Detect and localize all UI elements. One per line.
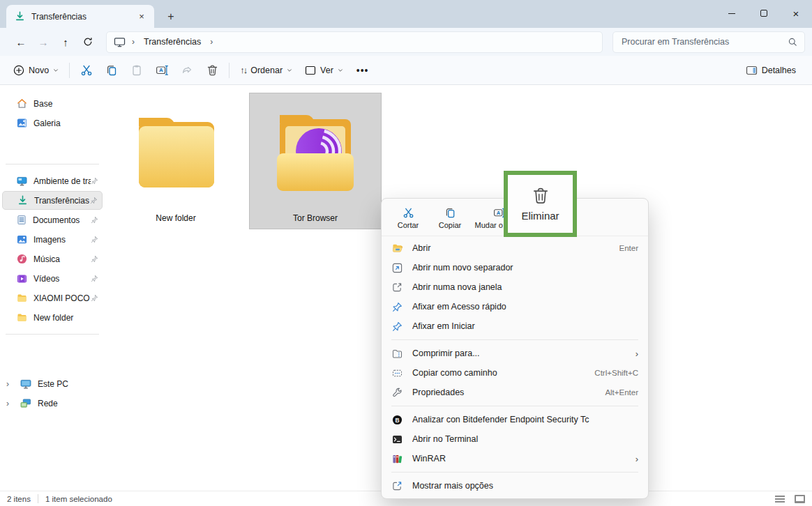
file-name: Tor Browser: [293, 213, 338, 223]
pictures-icon: [17, 234, 27, 245]
sidebar-item-new-folder[interactable]: New folder: [2, 308, 103, 327]
copy-icon: [105, 64, 118, 77]
menu-item-afixar-acesso-rapido[interactable]: Afixar em Acesso rápido: [384, 297, 645, 316]
cut-quick-button[interactable]: Cortar: [389, 201, 428, 235]
tab-title: Transferências: [31, 12, 135, 22]
pin-icon: [392, 302, 403, 312]
copy-button[interactable]: [99, 59, 124, 82]
menu-item-bitdefender-scan[interactable]: B Analizar con Bitdefender Endpoint Secu…: [384, 410, 645, 429]
paste-button[interactable]: [124, 59, 149, 82]
svg-text:B: B: [395, 416, 399, 423]
search-box[interactable]: [612, 31, 805, 53]
refresh-icon: [83, 37, 93, 47]
menu-separator: [391, 472, 638, 473]
sidebar-item-rede[interactable]: › Rede: [2, 394, 103, 413]
sort-button[interactable]: ↑↓ Ordenar: [234, 59, 299, 82]
menu-item-afixar-iniciar[interactable]: Afixar em Iniciar: [384, 316, 645, 336]
menu-item-winrar[interactable]: WinRAR ›: [384, 449, 645, 468]
navigation-pane: Base Galeria Ambiente de tra Transferênc…: [0, 85, 105, 491]
refresh-button[interactable]: [77, 31, 99, 52]
list-view-button[interactable]: [775, 494, 785, 504]
up-button[interactable]: ↑: [54, 31, 77, 52]
downloads-icon: [17, 195, 28, 206]
forward-button[interactable]: →: [32, 31, 54, 52]
sidebar-item-imagens[interactable]: Imagens: [2, 230, 103, 249]
back-button[interactable]: ←: [10, 31, 32, 52]
desktop-icon: [17, 176, 27, 186]
expand-chevron-icon[interactable]: ›: [6, 399, 9, 408]
view-button[interactable]: Ver: [299, 59, 349, 82]
menu-item-abrir-novo-separador[interactable]: Abrir num novo separador: [384, 258, 645, 277]
menu-item-label: Abrir no Terminal: [412, 434, 638, 444]
menu-item-abrir-terminal[interactable]: Abrir no Terminal: [384, 429, 645, 449]
sidebar-item-label: Este PC: [38, 379, 98, 389]
menu-item-label: Abrir: [412, 243, 612, 253]
sidebar-item-este-pc[interactable]: › Este PC: [2, 374, 103, 393]
music-icon: [17, 254, 27, 264]
chevron-down-icon: [287, 68, 292, 73]
sidebar-item-base[interactable]: Base: [2, 94, 103, 113]
sidebar-item-label: Base: [33, 99, 98, 109]
new-button[interactable]: Novo: [7, 59, 65, 82]
new-tab-button[interactable]: +: [161, 7, 181, 26]
menu-item-copiar-como-caminho[interactable]: Copiar como caminho Ctrl+Shift+C: [384, 363, 645, 383]
open-new-tab-icon: [392, 263, 403, 273]
details-pane-button[interactable]: Detalhes: [739, 59, 802, 82]
explorer-tab[interactable]: Transferências ×: [6, 5, 154, 28]
sidebar-item-musica[interactable]: Música: [2, 250, 103, 268]
close-button[interactable]: ×: [780, 0, 812, 26]
pin-icon: [91, 294, 98, 302]
file-explorer-window: Transferências × + × ← → ↑ › Transferênc…: [0, 0, 812, 506]
breadcrumb-separator: ›: [132, 37, 135, 47]
document-icon: [17, 215, 27, 225]
sidebar-item-ambiente-de-trabalho[interactable]: Ambiente de tra: [2, 171, 103, 190]
breadcrumb[interactable]: › Transferências ›: [106, 31, 603, 53]
menu-item-label: Afixar em Iniciar: [412, 321, 638, 331]
pin-icon: [91, 275, 98, 282]
search-input[interactable]: [622, 37, 788, 47]
breadcrumb-item[interactable]: Transferências: [141, 36, 204, 48]
file-tile-new-folder[interactable]: New folder: [110, 93, 242, 229]
file-tile-tor-browser[interactable]: Tor Browser: [249, 93, 382, 229]
sidebar-item-xiaomi-poco[interactable]: XIAOMI POCO F: [2, 289, 103, 307]
sidebar-separator: [6, 164, 99, 164]
sidebar-item-documentos[interactable]: Documentos: [2, 210, 103, 229]
tab-close-button[interactable]: ×: [135, 10, 149, 24]
menu-item-propriedades[interactable]: Propriedades Alt+Enter: [384, 383, 645, 402]
sidebar-item-transferencias[interactable]: Transferências: [2, 191, 103, 210]
menu-item-mostrar-mais-opcoes[interactable]: Mostrar mais opções: [384, 476, 645, 496]
menu-item-comprimir-para[interactable]: Comprimir para... ›: [384, 344, 645, 363]
expand-chevron-icon[interactable]: ›: [6, 379, 9, 389]
cut-button[interactable]: [74, 59, 99, 82]
delete-button[interactable]: [200, 59, 225, 82]
maximize-icon: [760, 10, 767, 17]
plus-circle-icon: [13, 65, 24, 76]
copy-quick-button[interactable]: Copiar: [430, 201, 469, 235]
sidebar-item-videos[interactable]: Vídeos: [2, 269, 103, 288]
pin-icon: [91, 216, 98, 224]
sidebar-item-galeria[interactable]: Galeria: [2, 114, 103, 132]
titlebar: Transferências × + ×: [0, 0, 812, 28]
eliminar-highlight-annotation[interactable]: Eliminar: [504, 171, 577, 237]
command-toolbar: Novo A ↑↓ Ordenar Ver: [0, 56, 812, 85]
pin-icon: [91, 236, 98, 243]
rename-button[interactable]: A: [149, 59, 174, 82]
maximize-button[interactable]: [748, 0, 780, 26]
share-button[interactable]: [174, 59, 200, 82]
menu-item-label: Copiar como caminho: [412, 368, 587, 378]
this-pc-icon: [20, 379, 31, 389]
minimize-button[interactable]: [716, 0, 748, 26]
folder-icon: [17, 293, 27, 302]
copy-icon: [444, 207, 456, 219]
sidebar-item-label: Transferências: [34, 196, 90, 206]
navigation-bar: ← → ↑ › Transferências ›: [0, 28, 812, 56]
sidebar-item-label: XIAOMI POCO F: [33, 293, 91, 303]
sidebar-separator: [6, 334, 99, 335]
menu-item-abrir[interactable]: Abrir Enter: [384, 238, 645, 258]
sidebar-item-label: Ambiente de tra: [33, 176, 91, 186]
large-thumbnails-view-button[interactable]: [795, 495, 805, 503]
more-options-button[interactable]: •••: [349, 59, 376, 82]
trash-icon: [206, 64, 218, 77]
menu-item-abrir-nova-janela[interactable]: Abrir numa nova janela: [384, 277, 645, 297]
menu-item-shortcut: Enter: [619, 244, 639, 252]
